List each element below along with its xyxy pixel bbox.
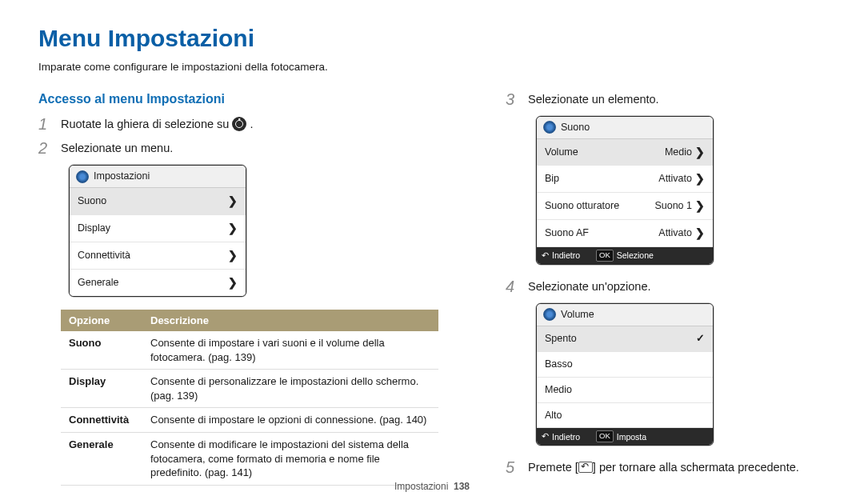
camera-menu-row-value: Attivato [658,172,692,186]
chevron-right-icon: ❯ [228,248,238,263]
ok-key-icon: OK [596,250,614,262]
step-5: 5 Premete [] per tornare alla schermata … [506,458,826,476]
camera-menu-row-value: Medio [665,146,692,159]
step-number: 5 [506,458,520,476]
camera-menu-row-label: Volume [545,146,578,159]
table-header-option: Opzione [61,310,142,332]
camera-menu-row[interactable]: Alto [537,403,713,429]
footer-ok-label: Imposta [617,431,646,442]
camera-menu-row-label: Basso [545,358,573,371]
camera-menu-sound: Suono Volume Medio❯ Bip Attivato❯ Suono … [536,116,714,265]
step-2: 2 Selezionate un menu. [38,139,462,157]
footer-ok-label: Selezione [617,250,654,261]
step-5-text-b: ] per tornare alla schermata precedente. [593,461,799,474]
camera-menu-row-label: Connettività [78,249,130,262]
step-1: 1 Ruotate la ghiera di selezione su . [38,115,462,133]
step-1-text: Ruotate la ghiera di selezione su . [61,115,253,133]
camera-menu-settings: Impostazioni Suono ❯ Display ❯ Connettiv… [69,165,246,296]
camera-menu-row[interactable]: Basso [537,352,713,378]
mode-dial-small-icon [76,170,89,183]
step-4-text: Selezionate un'opzione. [528,278,651,295]
table-cell-option: Generale [61,433,142,486]
table-row: Connettività Consente di impostare le op… [61,408,438,433]
return-key-icon [578,462,593,473]
chevron-right-icon: ❯ [695,171,705,186]
footer-back-label: Indietro [552,431,580,442]
table-row: Generale Consente di modificare le impos… [61,433,438,486]
camera-menu-title: Impostazioni [94,170,150,183]
chevron-right-icon: ❯ [228,275,238,290]
left-column: Accesso al menu Impostazioni 1 Ruotate l… [38,90,462,486]
camera-menu-row[interactable]: Connettività ❯ [70,242,246,270]
check-icon: ✓ [696,332,705,346]
camera-menu-header: Suono [537,117,713,139]
table-cell-option: Display [61,370,142,408]
camera-menu-row[interactable]: Volume Medio❯ [537,139,713,166]
table-cell-option: Suono [61,331,142,370]
camera-menu-row-label: Suono otturatore [545,199,619,213]
back-icon: ↶ [542,250,549,262]
step-3: 3 Selezionate un elemento. [506,90,826,108]
step-5-text-a: Premete [ [528,461,578,474]
camera-menu-title: Volume [561,308,594,322]
camera-menu-row[interactable]: Spento ✓ [537,326,713,352]
camera-menu-row-label: Suono AF [545,226,589,240]
table-header-description: Descrizione [142,310,438,332]
camera-menu-row-value: Suono 1 [654,199,692,213]
camera-menu-footer: ↶Indietro OKImposta [537,428,713,445]
chevron-right-icon: ❯ [695,226,705,241]
step-number: 2 [38,139,53,157]
step-4: 4 Selezionate un'opzione. [506,278,826,295]
camera-menu-row-value: Attivato [658,226,692,240]
step-number: 1 [38,115,53,133]
chevron-right-icon: ❯ [228,194,238,209]
camera-menu-row-label: Suono [78,194,106,208]
camera-menu-row[interactable]: Display ❯ [70,215,246,242]
step-2-text: Selezionate un menu. [61,139,173,157]
camera-menu-row-label: Generale [78,276,118,290]
table-cell-description: Consente di impostare i vari suoni e il … [142,331,438,370]
camera-menu-row-label: Spento [545,332,577,346]
step-5-text: Premete [] per tornare alla schermata pr… [528,458,799,476]
page-footer: Impostazioni 138 [0,480,864,493]
camera-menu-row[interactable]: Suono otturatore Suono 1❯ [537,193,713,220]
camera-menu-row[interactable]: Suono AF Attivato❯ [537,220,713,247]
chevron-right-icon: ❯ [695,145,705,160]
chevron-right-icon: ❯ [695,198,705,214]
camera-menu-title: Suono [561,121,590,134]
back-icon: ↶ [542,430,549,442]
right-column: 3 Selezionate un elemento. Suono Volume … [506,90,826,486]
camera-menu-row[interactable]: Suono ❯ [70,188,246,215]
footer-back-label: Indietro [552,250,580,261]
camera-menu-row-label: Display [78,222,110,235]
table-cell-option: Connettività [61,408,142,433]
camera-menu-row-label: Medio [545,383,572,397]
table-cell-description: Consente di personalizzare le impostazio… [142,370,438,408]
table-cell-description: Consente di impostare le opzioni di conn… [142,408,438,433]
intro-text: Imparate come configurare le impostazion… [38,60,826,74]
mode-dial-small-icon [543,308,556,321]
ok-key-icon: OK [596,430,614,442]
mode-dial-small-icon [543,121,556,134]
mode-dial-icon [232,117,246,131]
camera-menu-row[interactable]: Generale ❯ [70,270,246,296]
footer-section: Impostazioni [394,481,448,492]
step-1-text-b: . [250,118,253,130]
camera-menu-footer: ↶Indietro OKSelezione [537,247,713,264]
step-number: 3 [506,90,520,108]
chevron-right-icon: ❯ [228,221,238,236]
step-1-text-a: Ruotate la ghiera di selezione su [61,118,229,130]
table-row: Display Consente di personalizzare le im… [61,370,438,408]
options-description-table: Opzione Descrizione Suono Consente di im… [61,310,438,486]
section-subtitle: Accesso al menu Impostazioni [38,90,462,108]
footer-page-number: 138 [454,481,470,492]
table-row: Suono Consente di impostare i vari suoni… [61,331,438,370]
camera-menu-row-label: Alto [545,409,562,422]
camera-menu-row[interactable]: Bip Attivato❯ [537,166,713,193]
two-column-layout: Accesso al menu Impostazioni 1 Ruotate l… [38,90,826,486]
camera-menu-row[interactable]: Medio [537,378,713,403]
step-3-text: Selezionate un elemento. [528,90,659,108]
camera-menu-header: Volume [537,304,713,326]
camera-menu-row-label: Bip [545,172,559,186]
page-title: Menu Impostazioni [38,22,826,55]
